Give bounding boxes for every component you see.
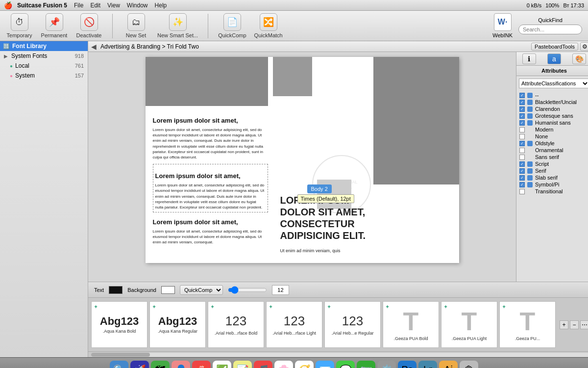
dock-finder[interactable]: 🔍 [110,361,128,368]
font-thumb-geeza-pua-bold[interactable]: ✦T.Geeza PUA Bold [383,301,439,348]
font-thumb-icon-arial-heb-bold: ✦ [210,304,215,310]
strip-remove-button[interactable]: − [570,320,579,329]
sidebar-item-system-fonts[interactable]: ▶ System Fonts 918 [0,51,88,61]
attr-item-symbol-pi[interactable]: Symbol/Pi [516,181,588,188]
scrollbar-thumb[interactable] [91,353,150,357]
toolbar-separator-2 [208,14,208,38]
panel-info-button[interactable]: ℹ [522,53,536,64]
sidebar-item-system[interactable]: ● System 157 [0,71,88,80]
webink-label: WebINK [492,32,513,38]
dock: 🔍 🚀 🗺 👤 📅 ✅ 📝 🎵 🌸 🧭 ✉️ 💬 📷 ⚙️ Ps Lr Ai 🗑 [0,357,588,368]
quickcomp-select[interactable]: QuickComp [180,285,223,295]
menu-view[interactable]: View [107,2,120,9]
bg-color-swatch[interactable] [161,286,175,294]
dock-notes[interactable]: 📝 [233,361,252,368]
font-thumb-geeza-pu[interactable]: ✦T.Geeza PU... [499,301,556,348]
attr-item-humanist[interactable]: Humanist sans [516,119,588,126]
attr-checkbox-transitional[interactable] [519,189,525,194]
attr-item-modern[interactable]: Modern [516,126,588,133]
attr-checkbox-slab-serif[interactable] [519,175,525,181]
attr-checkbox-modern[interactable] [519,127,525,132]
text-color-swatch[interactable] [109,286,122,294]
attr-color-blackletter [527,100,533,105]
attr-checkbox-serif[interactable] [519,168,525,174]
dock-launchpad[interactable]: 🚀 [130,361,149,368]
strip-options-button[interactable]: ⋯ [580,320,588,329]
app-name[interactable]: Suitcase Fusion 5 [17,2,67,9]
dock-messages[interactable]: 💬 [336,361,355,368]
dock-reminders[interactable]: ✅ [213,361,231,368]
attr-item-sans-serif[interactable]: Sans serif [516,154,588,160]
font-thumb-arial-heb-light[interactable]: ✦123.Arial Heb...rface Light [266,301,322,348]
quickfind-input[interactable] [518,25,582,34]
dock-prefs[interactable]: ⚙️ [377,361,396,368]
dock-maps[interactable]: 🗺 [151,361,170,368]
back-button[interactable]: ◀ [91,43,97,51]
quickcomp-button[interactable]: 📄 QuickComp [218,13,246,38]
sidebar-item-local[interactable]: ● Local 761 [0,61,88,71]
deactivate-button[interactable]: 🚫 Deactivate [75,13,102,38]
menu-help[interactable]: Help [155,2,167,9]
attr-item-clarendon[interactable]: Clarendon [516,105,588,112]
attr-checkbox-symbol-pi[interactable] [519,182,525,187]
panel-attr-button[interactable]: a [547,53,561,64]
font-thumb-aqua-kana-regular[interactable]: ✦Abg123.Aqua Kana Regular [149,301,206,348]
permanent-icon: 📌 [46,13,63,31]
attr-item-slab-serif[interactable]: Slab serif [516,174,588,181]
dock-safari[interactable]: 🧭 [295,361,314,368]
attr-item-transitional[interactable]: Transitional [516,188,588,195]
attr-item-oldstyle[interactable]: Oldstyle [516,140,588,147]
dock-photos[interactable]: 🌸 [274,361,293,368]
attr-item-blank[interactable]: -- [516,92,588,99]
dock-ps[interactable]: Ps [398,361,416,368]
sidebar-item-font-library[interactable]: 🔠 Font Library [0,41,88,51]
dock-cal[interactable]: 📅 [192,361,211,368]
dock-trash[interactable]: 🗑 [460,361,478,368]
quickmatch-button[interactable]: 🔀 QuickMatch [254,13,283,38]
dock-ai[interactable]: Ai [439,361,458,368]
menu-edit[interactable]: Edit [90,2,100,9]
panel-classification-select[interactable]: AttributeClassifications [519,79,588,88]
attr-checkbox-sans-serif[interactable] [519,155,525,160]
attr-checkbox-blackletter[interactable] [519,100,525,105]
font-thumb-arial-heb-regular[interactable]: ✦123.Arial Heb...e Regular [324,301,381,348]
dock-music[interactable]: 🎵 [254,361,272,368]
gear-button[interactable]: ⚙ [580,42,588,51]
size-input[interactable]: 12 [272,285,289,295]
attr-checkbox-grotesque[interactable] [519,113,525,119]
menu-file[interactable]: File [74,2,83,9]
attr-item-blackletter[interactable]: Blackletter/Uncial [516,99,588,105]
size-slider[interactable] [228,286,267,294]
font-thumb-aqua-kana-bold[interactable]: ✦Abg123.Aqua Kana Bold [91,301,147,348]
attr-item-none[interactable]: None [516,133,588,140]
attr-checkbox-blank[interactable] [519,93,525,98]
menu-window[interactable]: Window [127,2,148,9]
attr-checkbox-clarendon[interactable] [519,106,525,112]
panel-color-button[interactable]: 🎨 [572,53,586,64]
webink-button[interactable]: W· WebINK [492,13,513,38]
dock-mail[interactable]: ✉️ [316,361,334,368]
new-smart-set-button[interactable]: ✨ New Smart Set... [157,13,198,38]
attr-item-serif[interactable]: Serif [516,167,588,174]
attr-item-grotesque[interactable]: Grotesque sans [516,112,588,119]
attr-checkbox-none[interactable] [519,134,525,139]
dock-contacts[interactable]: 👤 [172,361,190,368]
attr-checkbox-oldstyle[interactable] [519,141,525,146]
font-thumb-geeza-pua-light[interactable]: ✦T.Geeza PUA Light [441,301,497,348]
horizontal-scrollbar[interactable] [88,351,588,357]
permanent-button[interactable]: 📌 Permanent [41,13,68,38]
dock-facetime[interactable]: 📷 [357,361,375,368]
new-set-button[interactable]: 🗂 New Set [122,13,149,38]
pasteboard-button[interactable]: PasteboardTools [531,43,578,51]
font-thumb-arial-heb-bold[interactable]: ✦123.Arial Heb...rface Bold [208,301,264,348]
attr-checkbox-script[interactable] [519,161,525,167]
temporary-button[interactable]: ⏱ Temporary [6,13,33,38]
panel-icons: ℹ a 🎨 [516,52,588,66]
apple-menu[interactable]: 🍎 [4,1,12,9]
dock-lr[interactable]: Lr [418,361,437,368]
attr-item-ornamental[interactable]: Ornamental [516,147,588,154]
strip-add-button[interactable]: + [560,320,568,329]
attr-checkbox-ornamental[interactable] [519,148,525,153]
attr-checkbox-humanist[interactable] [519,120,525,126]
attr-item-script[interactable]: Script [516,160,588,167]
